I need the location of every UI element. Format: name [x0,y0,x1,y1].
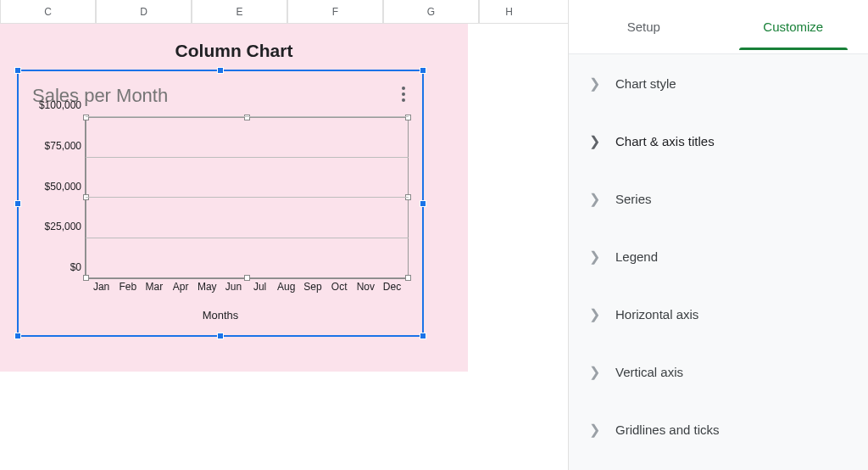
x-tick-label: Dec [379,279,405,296]
chevron-right-icon: ❯ [589,364,600,380]
section-chart-style[interactable]: ❯Chart style [569,54,868,112]
section-gridlines-ticks[interactable]: ❯Gridlines and ticks [569,400,868,458]
region-title: Column Chart [0,24,468,61]
plot-wrap: $100,000$75,000$50,000$25,000$0 JanFe [32,117,409,296]
col-header-f[interactable]: F [287,0,383,23]
x-tick-label: Feb [114,279,141,296]
section-vertical-axis[interactable]: ❯Vertical axis [569,343,868,400]
chevron-right-icon: ❯ [589,306,600,322]
resize-handle-br[interactable] [420,333,426,339]
chevron-right-icon: ❯ [589,249,600,265]
gridline [86,238,409,238]
section-label: Gridlines and ticks [615,422,720,437]
section-label: Series [615,192,652,206]
resize-handle-bl[interactable] [14,333,21,339]
x-axis: JanFebMarAprMayJunJulAugSepOctNovDec [85,279,409,296]
chevron-right-icon: ❯ [589,191,600,207]
gridline [86,157,409,158]
resize-handle-ml[interactable] [14,200,21,207]
x-tick-label: Aug [273,279,299,296]
tab-customize[interactable]: Customize [719,0,869,53]
section-legend[interactable]: ❯Legend [569,227,868,285]
col-header-h[interactable]: H [479,0,538,23]
section-series[interactable]: ❯Series [569,170,868,227]
chart-menu-button[interactable] [398,83,409,105]
x-tick-label: Sep [299,279,326,296]
section-horizontal-axis[interactable]: ❯Horizontal axis [569,285,868,343]
col-header-e[interactable]: E [192,0,287,23]
x-tick-label: Oct [326,279,353,296]
y-tick-label: $100,000 [39,99,81,111]
y-axis: $100,000$75,000$50,000$25,000$0 [32,117,85,279]
section-label: Chart style [615,76,676,91]
y-tick-label: $25,000 [45,221,81,232]
col-header-d[interactable]: D [96,0,192,23]
y-tick-label: $75,000 [45,140,81,152]
x-tick-label: Mar [141,279,167,296]
plot-area[interactable] [85,117,409,279]
chevron-right-icon: ❯ [589,422,600,438]
chart-title[interactable]: Sales per Month [24,76,417,107]
gridline [86,197,409,198]
section-label: Legend [615,249,658,264]
spreadsheet-area: C D E F G H Column Chart Sales per Month… [0,0,568,470]
col-header-g[interactable]: G [383,0,479,23]
chart-canvas[interactable]: Sales per Month $100,000$75,000$50,000$2… [24,76,417,330]
resize-handle-tm[interactable] [217,67,224,74]
section-label: Chart & axis titles [615,134,715,148]
x-tick-label: Jan [88,279,114,296]
col-header-c[interactable]: C [0,0,96,23]
chevron-right-icon: ❯ [589,133,600,149]
x-axis-title[interactable]: Months [24,309,417,322]
tab-setup[interactable]: Setup [569,0,719,53]
chart-object[interactable]: Sales per Month $100,000$75,000$50,000$2… [17,70,424,337]
resize-handle-tl[interactable] [14,67,21,74]
x-tick-label: Nov [353,279,379,296]
customize-sections: ❯Chart style❯Chart & axis titles❯Series❯… [569,54,868,470]
x-tick-label: Jun [220,279,247,296]
resize-handle-tr[interactable] [420,67,426,74]
resize-handle-bm[interactable] [217,333,224,339]
x-tick-label: May [194,279,220,296]
column-headers: C D E F G H [0,0,568,24]
x-tick-label: Jul [247,279,273,296]
section-label: Horizontal axis [615,307,698,322]
more-vert-icon [402,87,405,90]
chevron-right-icon: ❯ [589,76,600,92]
chart-editor-sidebar: Setup Customize ❯Chart style❯Chart & axi… [568,0,868,470]
gridline [86,116,409,117]
resize-handle-mr[interactable] [420,200,426,207]
section-label: Vertical axis [615,365,683,379]
y-tick-label: $50,000 [45,181,81,193]
x-tick-label: Apr [168,279,194,296]
section-chart-axis-titles[interactable]: ❯Chart & axis titles [569,112,868,170]
sidebar-tabs: Setup Customize [569,0,868,54]
y-tick-label: $0 [70,261,81,273]
